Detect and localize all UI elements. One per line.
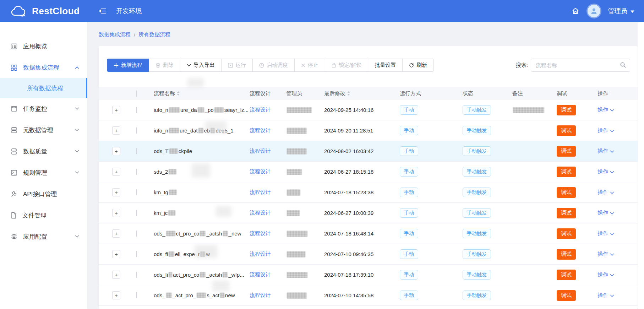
flow-design-link[interactable]: 流程设计 — [250, 168, 271, 174]
admin-cell — [286, 107, 324, 113]
flow-design-link[interactable]: 流程设计 — [250, 210, 271, 216]
avatar[interactable] — [588, 5, 600, 17]
status-cell: 手动触发 — [463, 126, 512, 135]
table-row: +sds_2流程设计2024-06-27 18:15:18手动手动触发调试操作 — [99, 162, 638, 182]
sidebar-item-label: 元数据管理 — [23, 126, 75, 134]
action-dropdown-link[interactable]: 操作 — [597, 292, 614, 299]
flow-design-link[interactable]: 流程设计 — [250, 271, 271, 277]
toolbar-button-9[interactable]: 刷新 — [402, 59, 434, 72]
row-checkbox[interactable] — [136, 169, 137, 175]
debug-button[interactable]: 调试 — [557, 146, 576, 157]
search-icon[interactable] — [620, 62, 626, 69]
monitor-icon — [11, 105, 17, 112]
run-mode-cell: 手动 — [400, 188, 463, 197]
sidebar-item-8[interactable]: 文件管理 — [0, 205, 87, 226]
action-label: 操作 — [597, 127, 608, 134]
checkbox-cell — [121, 292, 146, 298]
action-dropdown-link[interactable]: 操作 — [597, 107, 614, 113]
select-all-checkbox[interactable] — [136, 91, 137, 97]
flow-design-link[interactable]: 流程设计 — [250, 292, 271, 298]
expand-row-button[interactable]: + — [112, 250, 120, 258]
row-checkbox[interactable] — [136, 231, 137, 237]
flow-design-link[interactable]: 流程设计 — [250, 148, 271, 154]
flow-name-cell: iufo_nure_da_poseayr_lz... — [146, 107, 250, 113]
search-input[interactable] — [531, 59, 630, 72]
action-dropdown-link[interactable]: 操作 — [597, 210, 614, 216]
expand-cell: + — [99, 147, 121, 155]
flow-name-text: sds_2 — [154, 169, 168, 175]
expand-row-button[interactable]: + — [112, 126, 120, 135]
expand-row-button[interactable]: + — [112, 229, 120, 238]
flow-design-link[interactable]: 流程设计 — [250, 251, 271, 257]
app-root: RestCloud 开发环境 管理员 — [0, 0, 644, 309]
action-dropdown-link[interactable]: 操作 — [597, 168, 614, 175]
sidebar-item-2[interactable]: 数据集成流程 — [0, 57, 87, 78]
toolbar-button-8[interactable]: 批量设置 — [368, 59, 403, 72]
debug-button[interactable]: 调试 — [557, 270, 576, 280]
sidebar-item-7[interactable]: API接口管理 — [0, 183, 87, 205]
column-header-name[interactable]: 流程名称 — [146, 90, 250, 97]
breadcrumb-item-current[interactable]: 所有数据流程 — [138, 31, 170, 38]
status-badge: 手动触发 — [463, 229, 491, 238]
action-dropdown-link[interactable]: 操作 — [597, 230, 614, 237]
breadcrumb-item-parent[interactable]: 数据集成流程 — [99, 31, 131, 38]
caret-down-icon — [630, 7, 635, 15]
row-checkbox[interactable] — [136, 128, 137, 134]
run-mode-badge: 手动 — [400, 146, 418, 156]
expand-row-button[interactable]: + — [112, 188, 120, 196]
row-checkbox[interactable] — [136, 210, 137, 216]
debug-button[interactable]: 调试 — [557, 290, 576, 301]
row-checkbox[interactable] — [136, 251, 137, 257]
action-dropdown-link[interactable]: 操作 — [597, 189, 614, 196]
debug-button[interactable]: 调试 — [557, 228, 576, 239]
sidebar-collapse-icon[interactable] — [98, 7, 107, 15]
sidebar-item-1[interactable]: 应用概览 — [0, 36, 87, 57]
debug-button[interactable]: 调试 — [557, 249, 576, 260]
expand-row-button[interactable]: + — [112, 271, 120, 279]
action-dropdown-link[interactable]: 操作 — [597, 148, 614, 154]
toolbar-button-1[interactable]: 新增流程 — [107, 59, 149, 72]
expand-row-button[interactable]: + — [112, 291, 120, 299]
debug-button[interactable]: 调试 — [557, 105, 576, 115]
debug-button[interactable]: 调试 — [557, 208, 576, 218]
flow-name-cell: sds_2 — [146, 169, 250, 175]
row-checkbox[interactable] — [136, 272, 137, 278]
sort-icon[interactable] — [177, 91, 180, 96]
row-checkbox[interactable] — [136, 148, 137, 154]
table-row: +ods_Tckpile流程设计2024-08-02 16:03:42手动手动触… — [99, 141, 638, 162]
debug-button[interactable]: 调试 — [557, 187, 576, 198]
scrollbar-track[interactable] — [638, 22, 644, 309]
row-checkbox[interactable] — [136, 189, 137, 195]
sidebar-item-6[interactable]: 规则管理 — [0, 162, 87, 183]
sidebar-item-3[interactable]: 任务监控 — [0, 98, 87, 119]
sidebar-item-9[interactable]: 应用配置 — [0, 226, 87, 247]
toolbar-button-3[interactable]: 导入导出 — [180, 59, 222, 72]
flow-design-link[interactable]: 流程设计 — [250, 127, 271, 133]
debug-button[interactable]: 调试 — [557, 125, 576, 136]
modified-cell: 2024-08-02 16:03:42 — [324, 148, 400, 154]
sidebar-item-4[interactable]: 元数据管理 — [0, 119, 87, 141]
api-icon — [11, 191, 17, 197]
action-dropdown-link[interactable]: 操作 — [597, 271, 614, 278]
chevron-down-icon — [75, 129, 79, 131]
sort-icon[interactable] — [347, 91, 350, 96]
user-menu[interactable]: 管理员 — [608, 7, 635, 15]
flow-design-link[interactable]: 流程设计 — [250, 107, 271, 113]
flow-design-link[interactable]: 流程设计 — [250, 189, 271, 195]
column-header-modified[interactable]: 最后修改 — [324, 90, 400, 97]
sidebar-subitem[interactable]: 所有数据流程 — [0, 78, 87, 98]
home-icon[interactable] — [571, 7, 580, 15]
action-dropdown-link[interactable]: 操作 — [597, 127, 614, 134]
row-checkbox[interactable] — [136, 107, 137, 113]
expand-row-button[interactable]: + — [112, 209, 120, 217]
sidebar-item-5[interactable]: 数据质量 — [0, 141, 87, 162]
expand-row-button[interactable]: + — [112, 168, 120, 176]
debug-button[interactable]: 调试 — [557, 167, 576, 177]
expand-row-button[interactable]: + — [112, 147, 120, 155]
flow-design-link[interactable]: 流程设计 — [250, 230, 271, 236]
action-dropdown-link[interactable]: 操作 — [597, 251, 614, 258]
modified-cell: 2024-09-20 11:28:51 — [324, 128, 400, 134]
expand-row-button[interactable]: + — [112, 106, 120, 114]
sidebar-item-label: 文件管理 — [22, 211, 79, 219]
row-checkbox[interactable] — [136, 292, 137, 298]
